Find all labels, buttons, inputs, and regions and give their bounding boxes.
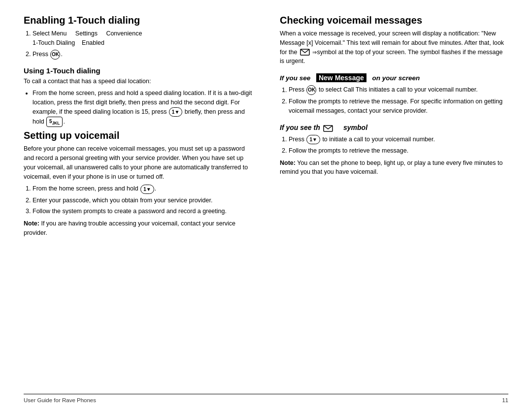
ok-button-icon: OK (50, 50, 60, 60)
content-area: Enabling 1-Touch dialing Select Menu Set… (24, 15, 508, 389)
arrow-right-icon: ⇒ (312, 48, 317, 57)
mail-symbol-icon (300, 49, 310, 56)
setup-title: Setting up voicemail (24, 130, 252, 141)
left-column: Enabling 1-Touch dialing Select Menu Set… (24, 15, 257, 389)
enabling-step-2: Press OK. (33, 50, 252, 60)
setup-steps: From the home screen, press and hold 1▼.… (24, 184, 252, 216)
footer-page-number: 11 (502, 397, 508, 403)
one-button-icon: 1▼ (169, 107, 182, 117)
enabling-step-1: Select Menu Settings Convenience 1-Touch… (33, 29, 252, 48)
setup-note: Note: If you are having trouble accessin… (24, 219, 252, 238)
using-bullets: From the home screen, press and hold a s… (24, 89, 252, 127)
checking-title: Checking voicemail messages (280, 15, 508, 26)
new-msg-step-2: Follow the prompts to retrieve the messa… (289, 97, 508, 116)
five-jkl-icon: 5JKL (46, 117, 63, 127)
enabling-steps: Select Menu Settings Convenience 1-Touch… (24, 29, 252, 60)
if-see-mail-title: If you see th symbol (280, 123, 508, 133)
one-hold-icon: 1▼ (140, 185, 154, 194)
footer: User Guide for Rave Phones 11 (24, 394, 508, 403)
checking-intro: When a voice message is received, your s… (280, 29, 508, 66)
new-msg-step-1: Press OK to select Call This initiates a… (289, 85, 508, 95)
right-column: Checking voicemail messages When a voice… (275, 15, 508, 389)
setup-step-1: From the home screen, press and hold 1▼. (33, 184, 252, 193)
new-message-label: New Message (316, 73, 366, 82)
new-message-steps: Press OK to select Call This initiates a… (280, 85, 508, 116)
setup-step-3: Follow the system prompts to create a pa… (33, 207, 252, 216)
one-btn-icon-3: 1▼ (306, 135, 320, 144)
page: Enabling 1-Touch dialing Select Menu Set… (0, 0, 532, 413)
using-bullet-1: From the home screen, press and hold a s… (33, 89, 252, 127)
footer-left: User Guide for Rave Phones (24, 397, 96, 403)
using-intro: To call a contact that has a speed dial … (24, 77, 252, 86)
mail-step-1: Press 1▼ to initiate a call to your voic… (289, 135, 508, 144)
mail-symbol-icon-2 (323, 125, 333, 131)
ok-btn-icon-2: OK (306, 85, 316, 95)
using-title: Using 1-Touch dialing (24, 66, 252, 75)
if-see-new-msg-title: If you see New Message on your screen (280, 73, 508, 83)
setup-intro: Before your phone can receive voicemail … (24, 144, 252, 181)
final-note: Note: You can set the phone to beep, lig… (280, 159, 508, 177)
mail-step-2: Follow the prompts to retrieve the messa… (289, 146, 508, 156)
enabling-title: Enabling 1-Touch dialing (24, 15, 252, 26)
mail-symbol-steps: Press 1▼ to initiate a call to your voic… (280, 135, 508, 156)
setup-step-2: Enter your passcode, which you obtain fr… (33, 196, 252, 205)
